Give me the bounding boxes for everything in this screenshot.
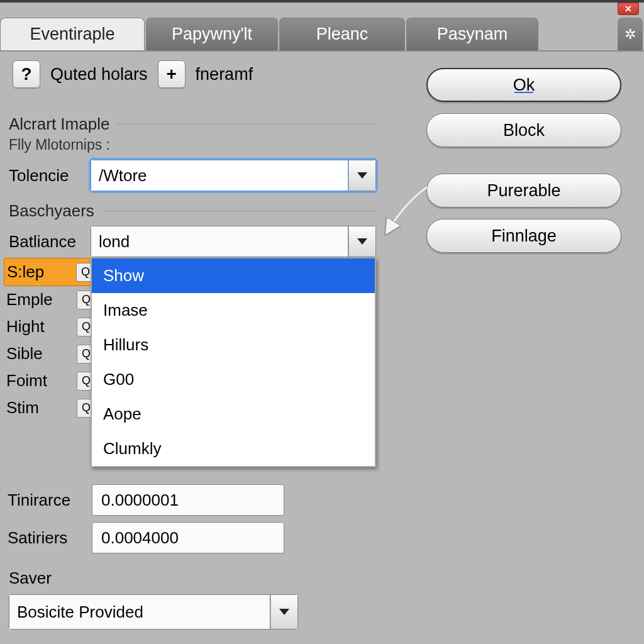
row-emple-label: Emple	[6, 290, 53, 309]
tinirarce-input[interactable]	[92, 485, 284, 515]
ok-button[interactable]: Ok	[426, 68, 621, 102]
chevron-down-icon	[279, 609, 289, 615]
search-icon: Q	[82, 320, 91, 333]
tab-pleanc[interactable]: Pleanc	[279, 18, 405, 50]
tolencie-combo[interactable]	[91, 160, 376, 191]
row-slep-label: S:lep	[7, 262, 44, 282]
group-baschyaers-title: Baschyaers	[9, 201, 94, 221]
dropdown-item-show[interactable]: Show	[92, 258, 375, 293]
tab-pasynam[interactable]: Pasynam	[406, 18, 538, 50]
satiriers-label: Satiriers	[8, 528, 83, 548]
search-icon: Q	[81, 265, 90, 279]
satiriers-input[interactable]	[92, 523, 284, 553]
tab-eventiraple[interactable]: Eventiraple	[0, 18, 145, 50]
tolencie-dropdown-button[interactable]	[348, 160, 376, 191]
group-alcrart-title: Alcrart Imaple	[9, 114, 109, 134]
finnlage-button-label: Finnlage	[491, 226, 557, 246]
gear-icon: ✲	[625, 26, 636, 43]
satiriers-spinner[interactable]: ✓	[92, 522, 284, 553]
left-property-list: S:lep Q Emple Q Hight Q Sible Q Foimt Q …	[4, 258, 98, 421]
batliance-input[interactable]	[91, 226, 348, 257]
row-foimt-label: Foimt	[6, 371, 47, 391]
saver-combo[interactable]	[9, 594, 298, 630]
ok-accelerator-underline	[514, 92, 533, 93]
saver-label: Saver	[9, 569, 298, 588]
action-buttons: Ok Block Purerable Finnlage	[426, 68, 621, 253]
toolbar-add-label: fneramf	[196, 65, 253, 84]
search-icon: Q	[82, 293, 91, 306]
tab-settings[interactable]: ✲	[618, 18, 643, 50]
tab-papywnylt[interactable]: Papywny'lt	[146, 18, 278, 50]
row-sible: Sible Q	[4, 340, 98, 367]
search-icon: Q	[82, 374, 91, 387]
form-panel: Alcrart Imaple Flly Mlotornips : Tolenci…	[4, 111, 381, 262]
row-sible-label: Sible	[6, 344, 43, 364]
tolencie-label: Tolencie	[9, 166, 84, 186]
block-button[interactable]: Block	[426, 113, 621, 147]
dropdown-item-hillurs[interactable]: Hillurs	[92, 328, 375, 362]
dropdown-item-clumkly[interactable]: Clumkly	[92, 431, 375, 466]
saver-section: Saver	[9, 569, 298, 630]
batliance-label: Batliance	[9, 232, 84, 252]
dropdown-item-aope[interactable]: Aope	[92, 397, 375, 431]
row-hight-label: Hight	[6, 317, 45, 336]
row-emple: Emple Q	[4, 286, 98, 313]
add-button[interactable]: +	[158, 60, 186, 88]
row-hight: Hight Q	[4, 313, 98, 340]
tolencie-row: Tolencie	[9, 160, 376, 191]
divider	[102, 211, 376, 211]
group-alcrart-header: Alcrart Imaple	[9, 114, 376, 134]
tinirarce-row: Tinirarce ×	[8, 484, 284, 516]
row-stim: Stim Q	[4, 394, 98, 421]
pointer-arrow-icon	[377, 185, 434, 242]
saver-input[interactable]	[9, 594, 270, 630]
close-icon: ✕	[625, 4, 632, 14]
chevron-down-icon	[357, 238, 367, 245]
purerable-button-label: Purerable	[487, 181, 560, 201]
numeric-section: Tinirarce × Satiriers ✓	[8, 478, 284, 560]
batliance-row: Batliance Show Imase Hillurs G00 Aope Cl…	[9, 226, 376, 257]
plus-icon: +	[166, 64, 176, 84]
batliance-dropdown-list: Show Imase Hillurs G00 Aope Clumkly	[91, 257, 376, 467]
divider	[117, 124, 376, 125]
chevron-down-icon	[357, 172, 367, 179]
window-close-button[interactable]: ✕	[618, 3, 639, 15]
dialog-window: ✕ Eventiraple Papywny'lt Pleanc Pasynam …	[0, 0, 644, 644]
row-stim-label: Stim	[6, 398, 39, 418]
tinirarce-spinner[interactable]: ×	[92, 484, 284, 516]
group-baschyaers-header: Baschyaers	[9, 201, 376, 221]
tinirarce-label: Tinirarce	[8, 491, 83, 510]
tolencie-input[interactable]	[91, 160, 348, 191]
finnlage-button[interactable]: Finnlage	[426, 219, 621, 253]
help-button[interactable]: ?	[13, 60, 40, 88]
batliance-combo[interactable]	[91, 226, 376, 257]
row-foimt: Foimt Q	[4, 367, 98, 394]
purerable-button[interactable]: Purerable	[426, 174, 621, 208]
saver-dropdown-button[interactable]	[270, 594, 298, 630]
batliance-combo-wrapper: Show Imase Hillurs G00 Aope Clumkly	[91, 226, 376, 257]
dropdown-item-g00[interactable]: G00	[92, 362, 375, 397]
block-button-label: Block	[503, 121, 545, 140]
toolbar-help-label: Quted holars	[50, 65, 148, 84]
search-icon: Q	[82, 401, 91, 414]
help-icon: ?	[21, 64, 31, 84]
row-slep[interactable]: S:lep Q	[4, 258, 98, 286]
batliance-dropdown-button[interactable]	[348, 226, 376, 257]
dropdown-item-imase[interactable]: Imase	[92, 293, 375, 328]
group-alcrart-sublabel: Flly Mlotornips :	[9, 136, 376, 153]
satiriers-row: Satiriers ✓	[8, 522, 284, 553]
search-icon: Q	[82, 347, 91, 360]
tab-bar: Eventiraple Papywny'lt Pleanc Pasynam ✲	[0, 18, 644, 52]
